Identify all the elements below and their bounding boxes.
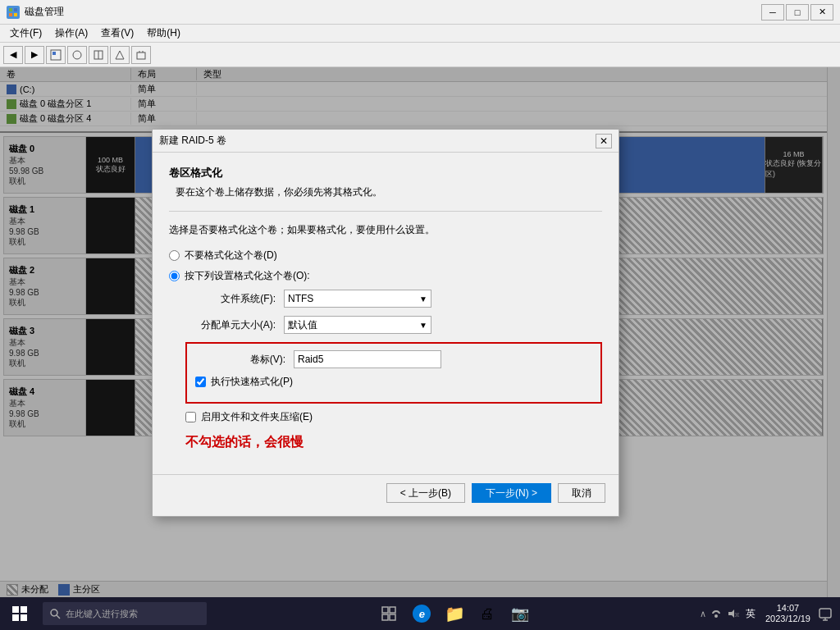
menu-bar: 文件(F) 操作(A) 查看(V) 帮助(H) <box>0 25 840 43</box>
quick-format-checkbox[interactable] <box>195 377 206 387</box>
vol-label-text: 卷标(V): <box>195 353 294 367</box>
svg-rect-17 <box>382 614 388 620</box>
menu-help[interactable]: 帮助(H) <box>140 25 187 42</box>
section-prompt: 选择是否要格式化这个卷；如果要格式化，要使用什么设置。 <box>169 223 602 237</box>
explorer-button[interactable]: 📁 <box>440 599 469 628</box>
svg-rect-22 <box>819 609 831 618</box>
svg-point-6 <box>73 51 81 59</box>
alloc-select[interactable]: 默认值 ▼ <box>284 316 431 334</box>
title-bar-left: 磁盘管理 <box>7 5 64 19</box>
compress-row: 启用文件和文件夹压缩(E) <box>185 410 602 424</box>
fs-arrow: ▼ <box>419 294 427 304</box>
back-button[interactable]: < 上一步(B) <box>386 483 465 503</box>
toolbar-btn1[interactable] <box>46 46 66 64</box>
start-button[interactable] <box>0 597 39 630</box>
menu-view[interactable]: 查看(V) <box>94 25 140 42</box>
alloc-row: 分配单元大小(A): 默认值 ▼ <box>185 316 602 334</box>
svg-point-19 <box>714 614 718 618</box>
app-button-1[interactable]: 🖨 <box>472 599 502 628</box>
menu-action[interactable]: 操作(A) <box>48 25 94 42</box>
close-button[interactable]: ✕ <box>810 4 833 21</box>
svg-rect-0 <box>9 8 12 11</box>
svg-line-14 <box>57 615 60 619</box>
compress-label[interactable]: 启用文件和文件夹压缩(E) <box>201 410 313 424</box>
taskbar: 在此键入进行搜索 e 📁 🖨 📷 ∧ <box>0 597 840 630</box>
radio-no-format: 不要格式化这个卷(D) <box>169 249 602 262</box>
radio-format: 按下列设置格式化这个卷(O): <box>169 269 602 283</box>
svg-marker-20 <box>728 609 734 618</box>
toolbar-forward[interactable]: ▶ <box>25 46 44 64</box>
folder-icon: 📁 <box>445 604 465 623</box>
taskbar-middle: e 📁 🖨 📷 <box>210 599 700 628</box>
svg-text:)))): )))) <box>735 612 739 617</box>
toolbar-btn2[interactable] <box>67 46 87 64</box>
toolbar-btn4[interactable] <box>110 46 130 64</box>
window-title: 磁盘管理 <box>25 5 64 19</box>
content-area: 卷 布局 类型 (C:) 简单 磁盘 0 磁盘分区 1 简单 <box>0 67 840 597</box>
dialog-footer: < 上一步(B) 下一步(N) > 取消 <box>153 474 619 516</box>
section-title: 卷区格式化 <box>169 166 602 180</box>
menu-file[interactable]: 文件(F) <box>3 25 48 42</box>
window-controls: ─ □ ✕ <box>761 4 833 21</box>
app-icon <box>7 6 20 19</box>
minimize-button[interactable]: ─ <box>761 4 784 21</box>
svg-rect-3 <box>14 13 17 16</box>
edge-icon: e <box>413 605 431 623</box>
vol-label-row: 卷标(V): <box>195 350 592 368</box>
next-button[interactable]: 下一步(N) > <box>472 483 551 503</box>
highlight-box: 卷标(V): 执行快速格式化(P) <box>185 342 602 404</box>
edge-button[interactable]: e <box>407 599 436 628</box>
cancel-button[interactable]: 取消 <box>558 483 605 503</box>
app-button-2[interactable]: 📷 <box>505 599 535 628</box>
fs-row: 文件系统(F): NTFS ▼ <box>185 290 602 308</box>
main-window: 磁盘管理 ─ □ ✕ 文件(F) 操作(A) 查看(V) 帮助(H) ◀ ▶ <box>0 0 840 597</box>
toolbar-back[interactable]: ◀ <box>3 46 23 64</box>
alloc-arrow: ▼ <box>419 321 427 330</box>
dialog-close-button[interactable]: ✕ <box>596 134 612 148</box>
radio-no-format-label[interactable]: 不要格式化这个卷(D) <box>185 249 277 262</box>
modal-overlay: 新建 RAID-5 卷 ✕ 卷区格式化 要在这个卷上储存数据，你必须先将其格式化… <box>0 67 840 597</box>
app-icon-2: 📷 <box>511 605 529 623</box>
svg-point-13 <box>51 609 57 616</box>
compress-checkbox[interactable] <box>185 412 196 422</box>
quick-format-label[interactable]: 执行快速格式化(P) <box>211 375 293 389</box>
taskbar-right: ∧ )))) 英 14:07 2023/12/19 <box>700 603 840 624</box>
dialog-body: 卷区格式化 要在这个卷上储存数据，你必须先将其格式化。 选择是否要格式化这个卷；… <box>153 153 619 471</box>
fs-select[interactable]: NTFS ▼ <box>284 290 431 308</box>
svg-rect-10 <box>137 52 145 59</box>
svg-rect-15 <box>382 607 388 613</box>
radio-format-input[interactable] <box>169 271 180 281</box>
search-icon <box>49 608 61 619</box>
format-dialog: 新建 RAID-5 卷 ✕ 卷区格式化 要在这个卷上储存数据，你必须先将其格式化… <box>152 129 619 517</box>
maximize-button[interactable]: □ <box>786 4 809 21</box>
windows-icon <box>12 606 27 621</box>
warning-text: 不勾选的话，会很慢 <box>185 434 602 451</box>
tray-arrow[interactable]: ∧ <box>700 609 706 619</box>
title-bar: 磁盘管理 ─ □ ✕ <box>0 0 840 25</box>
dialog-title-bar: 新建 RAID-5 卷 ✕ <box>153 130 619 153</box>
format-options: 文件系统(F): NTFS ▼ 分配单元大小(A): 默认值 ▼ <box>169 290 602 424</box>
notification-icon[interactable] <box>817 605 833 622</box>
network-icon <box>710 607 723 620</box>
toolbar-btn5[interactable] <box>131 46 151 64</box>
alloc-label: 分配单元大小(A): <box>185 318 284 332</box>
lang-indicator[interactable]: 英 <box>742 607 759 621</box>
svg-rect-5 <box>52 52 56 55</box>
clock[interactable]: 14:07 2023/12/19 <box>762 603 814 624</box>
quick-format-row: 执行快速格式化(P) <box>195 375 592 389</box>
radio-no-format-input[interactable] <box>169 250 180 261</box>
vol-label-input[interactable] <box>294 350 441 368</box>
dialog-title: 新建 RAID-5 卷 <box>159 134 226 148</box>
svg-rect-1 <box>14 8 17 11</box>
svg-rect-18 <box>390 614 395 620</box>
dialog-divider <box>169 211 602 212</box>
toolbar: ◀ ▶ <box>0 43 840 67</box>
volume-icon: )))) <box>726 607 739 620</box>
task-view-button[interactable] <box>374 599 404 628</box>
taskbar-search[interactable]: 在此键入进行搜索 <box>43 602 207 625</box>
toolbar-btn3[interactable] <box>89 46 108 64</box>
system-tray: ∧ )))) 英 <box>700 607 759 621</box>
app-icon-1: 🖨 <box>480 605 495 623</box>
search-placeholder: 在此键入进行搜索 <box>66 608 138 620</box>
radio-format-label[interactable]: 按下列设置格式化这个卷(O): <box>185 269 310 283</box>
